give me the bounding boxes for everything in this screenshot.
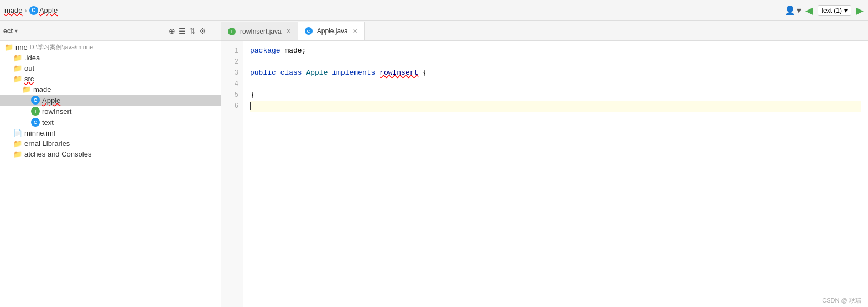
sidebar-item-rowinsert-label: rowInsert [42, 107, 71, 116]
sidebar-item-out[interactable]: 📁 out [0, 63, 221, 74]
code-line-4 [250, 79, 861, 90]
sidebar-item-src[interactable]: 📁 src [0, 74, 221, 84]
tab-rowinsert-label: rowInsert.java [240, 28, 282, 35]
sidebar-item-apple[interactable]: C Apple [0, 95, 221, 106]
sidebar-item-root[interactable]: 📁 nne D:\学习案例\java\minne [0, 42, 221, 53]
sidebar-dropdown-arrow[interactable]: ▾ [15, 28, 18, 34]
sidebar-toolbar: ect ▾ ⊕ ☰ ⇅ ⚙ — [0, 21, 221, 41]
sidebar-item-minne-iml[interactable]: 📄 minne.iml [0, 128, 221, 138]
top-bar-left: made › C Apple [4, 6, 58, 15]
apple-class-icon: C [31, 96, 40, 105]
sidebar-label: ect [3, 27, 13, 35]
tab-rowinsert-icon: I [228, 28, 236, 35]
sidebar: ect ▾ ⊕ ☰ ⇅ ⚙ — 📁 nne D:\学习案例\java\minne… [0, 21, 221, 307]
sidebar-item-out-label: out [24, 64, 34, 72]
line-number-4: 4 [221, 79, 243, 90]
add-file-icon[interactable]: ⊕ [169, 27, 175, 35]
scratches-icon: 📁 [13, 150, 22, 158]
breadcrumb-sep: › [25, 6, 27, 14]
close-sidebar-icon[interactable]: — [210, 27, 217, 35]
top-bar-right: 👤 ▾ ◀ text (1) ▾ ▶ [784, 4, 864, 17]
file-icon: 📄 [13, 129, 22, 137]
editor-area: I rowInsert.java ✕ C Apple.java ✕ 1 2 3 … [221, 21, 868, 307]
run-config-dropdown[interactable]: text (1) ▾ [818, 5, 851, 16]
main-layout: ect ▾ ⊕ ☰ ⇅ ⚙ — 📁 nne D:\学习案例\java\minne… [0, 21, 868, 307]
idea-folder-icon: 📁 [13, 54, 22, 62]
breadcrumb-made[interactable]: made [4, 6, 23, 14]
code-line-3: public class Apple implements rowInsert … [250, 67, 861, 79]
line-number-2: 2 [221, 56, 243, 67]
tab-apple-label: Apple.java [317, 27, 348, 35]
user-menu-button[interactable]: 👤 ▾ [784, 5, 801, 15]
user-icon: 👤 [784, 5, 796, 15]
line-number-3: 3 [221, 67, 243, 79]
run-button[interactable]: ▶ [856, 4, 864, 17]
sidebar-item-idea[interactable]: 📁 .idea [0, 53, 221, 63]
tab-apple[interactable]: C Apple.java ✕ [298, 22, 365, 40]
sidebar-item-external-libs[interactable]: 📁 ernal Libraries [0, 138, 221, 149]
run-dropdown-arrow: ▾ [844, 7, 848, 14]
watermark: CSDN @-耿瑞- [822, 296, 864, 305]
tab-rowinsert-close[interactable]: ✕ [286, 28, 291, 35]
root-folder-icon: 📁 [4, 43, 13, 51]
sidebar-item-made[interactable]: 📁 made [0, 84, 221, 95]
sidebar-root-label: nne [15, 43, 28, 51]
made-folder-icon: 📁 [22, 85, 31, 93]
line-number-1: 1 [221, 45, 243, 56]
toolbar-icons: ⊕ ☰ ⇅ ⚙ — [169, 27, 217, 35]
out-folder-icon: 📁 [13, 64, 22, 72]
settings-icon[interactable]: ⚙ [199, 27, 206, 35]
collapse-icon[interactable]: ☰ [179, 27, 186, 35]
sidebar-item-src-label: src [24, 75, 34, 83]
breadcrumb: made › C Apple [4, 6, 58, 15]
sidebar-item-text[interactable]: C text [0, 117, 221, 128]
tab-rowinsert[interactable]: I rowInsert.java ✕ [221, 22, 298, 40]
sidebar-item-text-label: text [42, 118, 54, 127]
sidebar-item-idea-label: .idea [24, 54, 40, 62]
sidebar-title-row: ect ▾ [3, 27, 165, 35]
src-folder-icon: 📁 [13, 75, 22, 83]
sidebar-item-made-label: made [33, 85, 51, 93]
breadcrumb-apple[interactable]: Apple [39, 6, 58, 14]
sort-icon[interactable]: ⇅ [189, 27, 196, 35]
code-editor[interactable]: 1 2 3 4 5 6 package made; public class A… [221, 41, 868, 307]
external-libs-icon: 📁 [13, 139, 22, 148]
back-navigate-button[interactable]: ◀ [805, 4, 813, 17]
tabs-bar: I rowInsert.java ✕ C Apple.java ✕ [221, 21, 868, 41]
sidebar-item-rowinsert[interactable]: I rowInsert [0, 106, 221, 117]
run-config-label: text (1) [822, 7, 842, 14]
sidebar-item-apple-label: Apple [42, 96, 60, 105]
top-bar: made › C Apple 👤 ▾ ◀ text (1) ▾ ▶ [0, 0, 868, 21]
code-line-5: } [250, 90, 861, 101]
sidebar-tree: 📁 nne D:\学习案例\java\minne 📁 .idea 📁 out 📁… [0, 41, 221, 307]
sidebar-item-minne-iml-label: minne.iml [24, 129, 55, 137]
user-dropdown-arrow: ▾ [797, 5, 801, 15]
line-numbers: 1 2 3 4 5 6 [221, 41, 243, 307]
code-line-1: package made; [250, 45, 861, 56]
sidebar-item-external-libs-label: ernal Libraries [24, 139, 70, 148]
sidebar-item-scratches-label: atches and Consoles [24, 150, 91, 158]
sidebar-root-path: D:\学习案例\java\minne [30, 43, 93, 51]
code-line-2 [250, 56, 861, 67]
line-number-6: 6 [221, 101, 243, 112]
rowinsert-interface-icon: I [31, 107, 40, 116]
apple-class-badge: C [29, 6, 38, 15]
code-content[interactable]: package made; public class Apple impleme… [243, 41, 868, 307]
sidebar-item-scratches[interactable]: 📁 atches and Consoles [0, 149, 221, 159]
tab-apple-icon: C [305, 27, 313, 35]
line-number-5: 5 [221, 90, 243, 101]
tab-apple-close[interactable]: ✕ [352, 28, 357, 35]
code-line-6 [250, 101, 861, 112]
text-class-icon: C [31, 118, 40, 127]
